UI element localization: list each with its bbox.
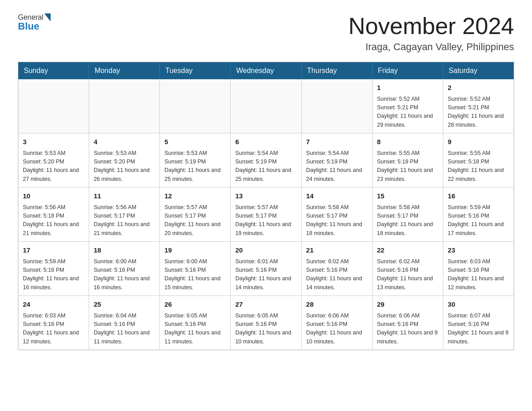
day-number: 20 (235, 245, 296, 256)
calendar-week-row: 1Sunrise: 5:52 AMSunset: 5:21 PMDaylight… (18, 79, 514, 133)
day-number: 18 (94, 245, 155, 256)
day-info: Sunrise: 6:04 AMSunset: 5:16 PMDaylight:… (94, 312, 155, 347)
day-info: Sunrise: 6:02 AMSunset: 5:16 PMDaylight:… (377, 257, 438, 292)
day-number: 9 (448, 137, 509, 147)
day-info: Sunrise: 5:58 AMSunset: 5:17 PMDaylight:… (377, 203, 438, 238)
main-title: November 2024 (348, 13, 514, 39)
day-info: Sunrise: 5:59 AMSunset: 5:16 PMDaylight:… (448, 203, 509, 238)
day-number: 6 (235, 137, 296, 147)
day-info: Sunrise: 5:56 AMSunset: 5:18 PMDaylight:… (23, 203, 84, 238)
calendar-week-row: 17Sunrise: 5:59 AMSunset: 5:16 PMDayligh… (18, 242, 514, 296)
day-number: 7 (306, 137, 368, 147)
calendar-cell (89, 79, 160, 133)
calendar-cell: 17Sunrise: 5:59 AMSunset: 5:16 PMDayligh… (18, 242, 89, 296)
calendar-cell: 11Sunrise: 5:56 AMSunset: 5:17 PMDayligh… (89, 188, 160, 242)
calendar-week-row: 24Sunrise: 6:03 AMSunset: 5:16 PMDayligh… (18, 296, 514, 350)
day-info: Sunrise: 5:57 AMSunset: 5:17 PMDaylight:… (235, 203, 296, 238)
weekday-header-saturday: Saturday (443, 62, 514, 80)
calendar-cell (301, 79, 372, 133)
day-info: Sunrise: 6:05 AMSunset: 5:16 PMDaylight:… (164, 312, 226, 347)
day-info: Sunrise: 5:55 AMSunset: 5:18 PMDaylight:… (448, 149, 509, 184)
day-number: 24 (23, 300, 84, 310)
logo-blue-text: Blue (18, 21, 39, 32)
calendar-cell: 8Sunrise: 5:55 AMSunset: 5:18 PMDaylight… (372, 133, 443, 188)
day-info: Sunrise: 5:59 AMSunset: 5:16 PMDaylight:… (23, 257, 84, 292)
day-number: 23 (448, 245, 509, 256)
day-number: 27 (235, 300, 296, 310)
calendar-cell: 26Sunrise: 6:05 AMSunset: 5:16 PMDayligh… (160, 296, 231, 350)
calendar-cell (231, 79, 301, 133)
day-number: 11 (94, 191, 155, 201)
calendar-table: SundayMondayTuesdayWednesdayThursdayFrid… (18, 62, 514, 350)
calendar-cell: 9Sunrise: 5:55 AMSunset: 5:18 PMDaylight… (443, 133, 514, 188)
calendar-cell: 22Sunrise: 6:02 AMSunset: 5:16 PMDayligh… (372, 242, 443, 296)
day-info: Sunrise: 5:53 AMSunset: 5:19 PMDaylight:… (164, 149, 226, 184)
calendar-week-row: 10Sunrise: 5:56 AMSunset: 5:18 PMDayligh… (18, 188, 514, 242)
day-number: 1 (377, 83, 438, 93)
calendar-cell: 10Sunrise: 5:56 AMSunset: 5:18 PMDayligh… (18, 188, 89, 242)
day-info: Sunrise: 6:06 AMSunset: 5:16 PMDaylight:… (377, 312, 438, 347)
calendar-cell: 20Sunrise: 6:01 AMSunset: 5:16 PMDayligh… (231, 242, 301, 296)
calendar-cell: 16Sunrise: 5:59 AMSunset: 5:16 PMDayligh… (443, 188, 514, 242)
logo: General Blue (18, 13, 51, 32)
day-info: Sunrise: 6:03 AMSunset: 5:16 PMDaylight:… (23, 312, 84, 347)
calendar-cell: 30Sunrise: 6:07 AMSunset: 5:16 PMDayligh… (443, 296, 514, 350)
title-section: November 2024 Iraga, Cagayan Valley, Phi… (348, 13, 514, 53)
calendar-cell: 14Sunrise: 5:58 AMSunset: 5:17 PMDayligh… (301, 188, 372, 242)
day-number: 13 (235, 191, 296, 201)
day-info: Sunrise: 5:52 AMSunset: 5:21 PMDaylight:… (377, 95, 438, 130)
weekday-header-monday: Monday (89, 62, 160, 80)
day-number: 12 (164, 191, 226, 201)
calendar-cell: 13Sunrise: 5:57 AMSunset: 5:17 PMDayligh… (231, 188, 301, 242)
day-number: 21 (306, 245, 368, 256)
day-number: 8 (377, 137, 438, 147)
day-number: 30 (448, 300, 509, 310)
calendar-cell: 3Sunrise: 5:53 AMSunset: 5:20 PMDaylight… (18, 133, 89, 188)
calendar-cell: 19Sunrise: 6:00 AMSunset: 5:16 PMDayligh… (160, 242, 231, 296)
subtitle: Iraga, Cagayan Valley, Philippines (348, 41, 514, 53)
calendar-cell: 1Sunrise: 5:52 AMSunset: 5:21 PMDaylight… (372, 79, 443, 133)
calendar-cell: 18Sunrise: 6:00 AMSunset: 5:16 PMDayligh… (89, 242, 160, 296)
weekday-header-tuesday: Tuesday (160, 62, 231, 80)
day-number: 28 (306, 300, 368, 310)
day-info: Sunrise: 5:53 AMSunset: 5:20 PMDaylight:… (94, 149, 155, 184)
calendar-week-row: 3Sunrise: 5:53 AMSunset: 5:20 PMDaylight… (18, 133, 514, 188)
day-info: Sunrise: 6:05 AMSunset: 5:16 PMDaylight:… (235, 312, 296, 347)
day-info: Sunrise: 6:06 AMSunset: 5:16 PMDaylight:… (306, 312, 368, 347)
calendar-cell: 21Sunrise: 6:02 AMSunset: 5:16 PMDayligh… (301, 242, 372, 296)
day-number: 26 (164, 300, 226, 310)
day-info: Sunrise: 5:54 AMSunset: 5:19 PMDaylight:… (235, 149, 296, 184)
calendar-cell: 15Sunrise: 5:58 AMSunset: 5:17 PMDayligh… (372, 188, 443, 242)
calendar-cell: 24Sunrise: 6:03 AMSunset: 5:16 PMDayligh… (18, 296, 89, 350)
day-info: Sunrise: 6:07 AMSunset: 5:16 PMDaylight:… (448, 312, 509, 347)
calendar-cell: 2Sunrise: 5:52 AMSunset: 5:21 PMDaylight… (443, 79, 514, 133)
day-info: Sunrise: 6:02 AMSunset: 5:16 PMDaylight:… (306, 257, 368, 292)
day-info: Sunrise: 5:57 AMSunset: 5:17 PMDaylight:… (164, 203, 226, 238)
day-number: 5 (164, 137, 226, 147)
weekday-header-thursday: Thursday (301, 62, 372, 80)
day-info: Sunrise: 6:01 AMSunset: 5:16 PMDaylight:… (235, 257, 296, 292)
calendar-cell: 4Sunrise: 5:53 AMSunset: 5:20 PMDaylight… (89, 133, 160, 188)
calendar-cell: 28Sunrise: 6:06 AMSunset: 5:16 PMDayligh… (301, 296, 372, 350)
day-number: 16 (448, 191, 509, 201)
day-info: Sunrise: 5:55 AMSunset: 5:18 PMDaylight:… (377, 149, 438, 184)
day-info: Sunrise: 6:00 AMSunset: 5:16 PMDaylight:… (94, 257, 155, 292)
calendar-cell (160, 79, 231, 133)
page-header: General Blue November 2024 Iraga, Cagaya… (18, 13, 514, 53)
calendar-cell: 29Sunrise: 6:06 AMSunset: 5:16 PMDayligh… (372, 296, 443, 350)
day-number: 29 (377, 300, 438, 310)
weekday-header-row: SundayMondayTuesdayWednesdayThursdayFrid… (18, 62, 514, 80)
weekday-header-wednesday: Wednesday (231, 62, 301, 80)
weekday-header-friday: Friday (372, 62, 443, 80)
day-info: Sunrise: 5:53 AMSunset: 5:20 PMDaylight:… (23, 149, 84, 184)
calendar-cell: 6Sunrise: 5:54 AMSunset: 5:19 PMDaylight… (231, 133, 301, 188)
day-number: 14 (306, 191, 368, 201)
calendar-cell: 7Sunrise: 5:54 AMSunset: 5:19 PMDaylight… (301, 133, 372, 188)
day-info: Sunrise: 5:52 AMSunset: 5:21 PMDaylight:… (448, 95, 509, 130)
day-number: 4 (94, 137, 155, 147)
day-info: Sunrise: 6:00 AMSunset: 5:16 PMDaylight:… (164, 257, 226, 292)
day-number: 2 (448, 83, 509, 93)
calendar-cell: 5Sunrise: 5:53 AMSunset: 5:19 PMDaylight… (160, 133, 231, 188)
day-info: Sunrise: 5:56 AMSunset: 5:17 PMDaylight:… (94, 203, 155, 238)
day-number: 25 (94, 300, 155, 310)
